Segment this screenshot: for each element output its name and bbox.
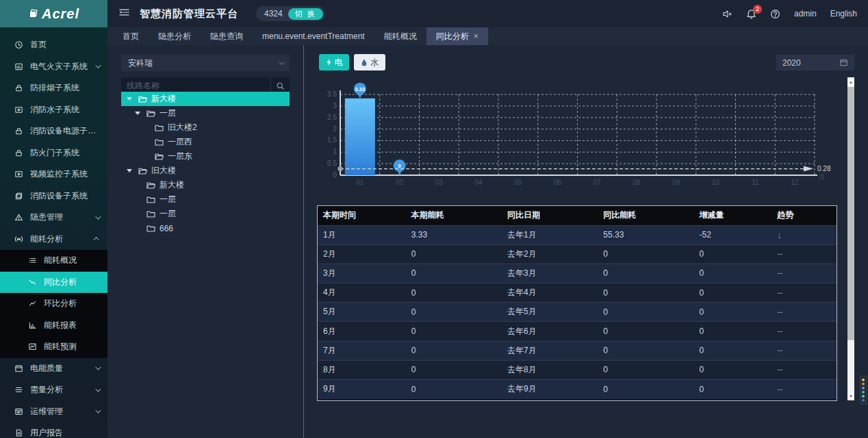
- tab[interactable]: menu.event.eventTreatment: [253, 27, 374, 45]
- tree-node[interactable]: 旧大楼: [121, 164, 290, 178]
- chevron-down-icon: [95, 63, 101, 68]
- sidebar-item[interactable]: 运维管理: [0, 401, 107, 423]
- svg-text:0: 0: [398, 163, 401, 169]
- trend-none: --: [777, 307, 782, 317]
- help-icon[interactable]: [770, 9, 780, 19]
- svg-text:08: 08: [633, 179, 641, 186]
- tree-node-label: 一层: [159, 194, 176, 205]
- video-icon: [14, 105, 23, 114]
- table-column-header: 本期时间: [318, 206, 406, 225]
- reference-arrow-icon: [804, 166, 813, 172]
- collapse-menu-icon[interactable]: [118, 8, 130, 20]
- username[interactable]: admin: [794, 9, 817, 18]
- svg-text:05: 05: [514, 179, 522, 186]
- table-row: 7月0去年7月00--: [318, 341, 837, 360]
- sidebar-menu: 首页电气火灾子系统防排烟子系统消防水子系统消防设备电源子系统防火门子系统视频监控…: [0, 27, 107, 438]
- sidebar-subitem[interactable]: 能耗概况: [0, 250, 107, 272]
- sidebar-item[interactable]: 隐患管理: [0, 207, 107, 229]
- table-cell: --: [771, 380, 837, 399]
- tree-node[interactable]: 一层东: [121, 149, 290, 164]
- bell-icon[interactable]: 2: [746, 9, 756, 19]
- svg-text:0.5: 0.5: [327, 159, 337, 167]
- trend-none: --: [777, 365, 782, 374]
- svg-text:01: 01: [356, 179, 364, 186]
- table-cell: 8月: [318, 360, 406, 379]
- vertical-scrollbar[interactable]: ▲ ▼: [847, 77, 854, 400]
- table-row: 8月0去年8月00--: [318, 360, 837, 379]
- folder-open-icon: [138, 95, 148, 103]
- language-switch[interactable]: English: [830, 9, 857, 18]
- line-tree: 新大楼一层旧大楼2一层西一层东旧大楼新大楼一层一层666: [121, 92, 290, 235]
- year-picker[interactable]: 2020: [776, 55, 854, 70]
- table-cell: --: [771, 322, 837, 341]
- sidebar-item[interactable]: 视频监控子系统: [0, 164, 107, 185]
- table-cell: 0: [598, 380, 693, 399]
- sidebar-item[interactable]: 能耗分析: [0, 229, 107, 250]
- tree-node-label: 一层: [159, 107, 176, 119]
- header-actions: 2 admin English: [722, 9, 857, 19]
- tree-node[interactable]: 一层: [121, 106, 290, 120]
- sidebar-item[interactable]: 需量分析: [0, 379, 107, 401]
- water-tab-button[interactable]: 水: [354, 54, 385, 70]
- electric-tab-button[interactable]: 电: [319, 54, 349, 70]
- tab-label: 能耗概况: [384, 31, 417, 42]
- caret-down-icon[interactable]: [127, 97, 132, 101]
- tab[interactable]: 首页: [113, 27, 149, 45]
- sidebar-item[interactable]: 用户报告: [0, 422, 107, 438]
- tab[interactable]: 隐患查询: [201, 27, 253, 45]
- trend-none: --: [777, 326, 782, 336]
- tab-label: 隐患查询: [210, 31, 243, 42]
- table-cell: 0: [406, 283, 502, 302]
- tab[interactable]: 同比分析×: [426, 27, 488, 45]
- table-row: 6月0去年6月00--: [318, 322, 837, 341]
- chevron-down-icon: [279, 59, 284, 64]
- sidebar-item[interactable]: 消防设备子系统: [0, 185, 107, 207]
- tree-node[interactable]: 新大楼: [121, 178, 290, 192]
- sidebar-item-label: 需量分析: [30, 384, 63, 396]
- sidebar-item[interactable]: 防排烟子系统: [0, 77, 107, 99]
- sidebar-item[interactable]: 消防设备电源子系统: [0, 120, 107, 142]
- tree-node[interactable]: 一层西: [121, 135, 290, 149]
- scroll-down-arrow-icon[interactable]: ▼: [847, 391, 854, 400]
- sidebar-item[interactable]: 消防水子系统: [0, 99, 107, 121]
- switch-button[interactable]: 切 换: [288, 8, 323, 20]
- tab[interactable]: 能耗概况: [374, 27, 426, 45]
- sidebar-subitem[interactable]: 同比分析: [0, 272, 107, 294]
- tree-node[interactable]: 一层: [121, 207, 290, 221]
- sidebar-item[interactable]: 首页: [0, 34, 107, 56]
- trend-up-icon: [27, 299, 37, 309]
- sidebar-subitem[interactable]: 能耗预测: [0, 336, 107, 358]
- tree-node[interactable]: 666: [121, 221, 290, 235]
- tab[interactable]: 隐患分析: [149, 27, 201, 45]
- caret-down-icon[interactable]: [127, 169, 132, 172]
- sidebar-item[interactable]: 防火门子系统: [0, 142, 107, 164]
- table-cell: 0: [694, 302, 772, 322]
- project-switch-pill: 4324 切 换: [256, 6, 325, 21]
- tree-node[interactable]: 一层: [121, 192, 290, 207]
- tree-node-label: 一层东: [168, 151, 192, 162]
- scroll-up-arrow-icon[interactable]: ▲: [847, 77, 854, 86]
- logo-text: Acrel: [42, 6, 79, 22]
- trend-down-icon: [27, 277, 37, 287]
- caret-down-icon[interactable]: [135, 112, 140, 115]
- tree-node[interactable]: 旧大楼2: [121, 120, 290, 135]
- sidebar-subitem[interactable]: 环比分析: [0, 293, 107, 315]
- table-row: 2月0去年2月00--: [318, 244, 837, 263]
- sidebar-subitem[interactable]: 能耗报表: [0, 315, 107, 337]
- sidebar-item[interactable]: 电气火灾子系统: [0, 56, 107, 78]
- tree-node-label: 旧大楼: [151, 165, 176, 177]
- lock-icon: [14, 148, 23, 157]
- bar-month-01[interactable]: [345, 99, 375, 175]
- svg-text:0: 0: [333, 171, 337, 179]
- tree-node[interactable]: 新大楼: [121, 92, 290, 106]
- tab-close-icon[interactable]: ×: [474, 32, 478, 40]
- scrollbar-thumb[interactable]: [847, 87, 854, 340]
- sidebar-item[interactable]: 电能质量: [0, 358, 107, 380]
- trend-none: --: [777, 268, 782, 278]
- speaker-mute-icon[interactable]: [722, 9, 732, 19]
- lock-icon: [14, 127, 23, 136]
- svg-text:3: 3: [333, 102, 337, 110]
- project-select[interactable]: 安科瑞: [121, 55, 290, 71]
- table-column-header: 增减量: [694, 206, 772, 225]
- comparison-table: 本期时间本期能耗同比日期同比能耗增减量趋势 1月3.33去年1月55.33-52…: [317, 205, 837, 401]
